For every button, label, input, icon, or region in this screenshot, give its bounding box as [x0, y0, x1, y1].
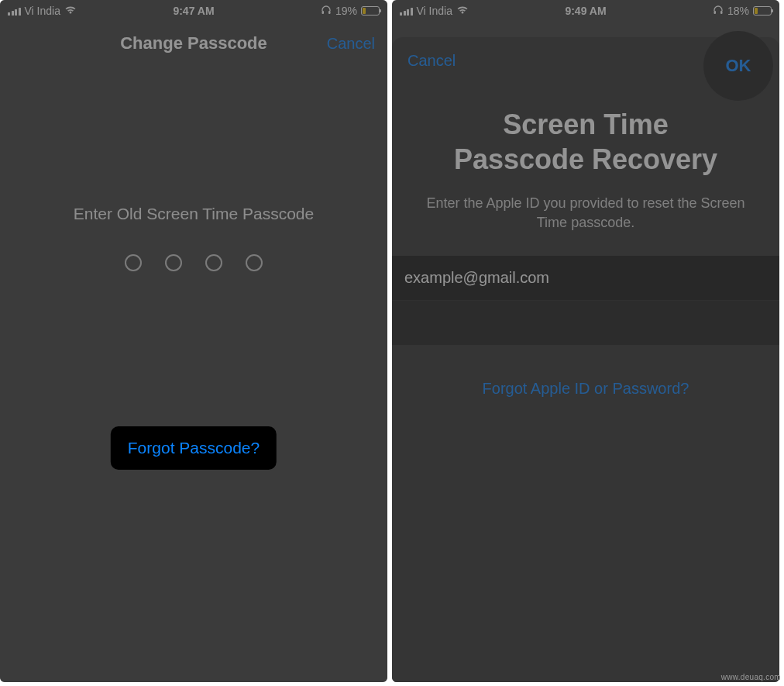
recovery-subtitle: Enter the Apple ID you provided to reset…	[392, 194, 779, 233]
battery-icon	[361, 6, 380, 16]
phone-change-passcode: Vi India 9:47 AM 19% Change Passcode Can…	[0, 0, 387, 682]
passcode-dot	[125, 254, 142, 271]
battery-icon	[753, 6, 772, 16]
apple-id-row[interactable]	[392, 256, 779, 301]
passcode-content: Enter Old Screen Time Passcode	[0, 65, 387, 271]
status-right: 18%	[713, 5, 772, 18]
nav-bar: Change Passcode Cancel	[0, 22, 387, 65]
battery-pct: 18%	[727, 5, 749, 17]
cellular-signal-icon	[8, 6, 21, 16]
battery-pct: 19%	[335, 5, 357, 17]
recovery-sheet: Cancel OK Screen Time Passcode Recovery …	[392, 37, 779, 682]
status-time: 9:49 AM	[565, 5, 606, 17]
password-row[interactable]	[392, 301, 779, 346]
ok-highlight-circle: OK	[703, 31, 773, 101]
passcode-prompt: Enter Old Screen Time Passcode	[0, 205, 387, 223]
page-title: Change Passcode	[120, 33, 267, 53]
wifi-icon	[64, 5, 77, 17]
watermark: www.deuaq.com	[721, 673, 781, 681]
svg-rect-0	[322, 11, 324, 14]
status-time: 9:47 AM	[173, 5, 214, 17]
carrier-label: Vi India	[417, 5, 452, 17]
svg-rect-1	[328, 11, 331, 14]
carrier-label: Vi India	[25, 5, 60, 17]
wifi-icon	[456, 5, 469, 17]
cellular-signal-icon	[400, 6, 413, 16]
status-left: Vi India	[400, 5, 469, 17]
status-bar: Vi India 9:47 AM 19%	[0, 0, 387, 22]
svg-rect-3	[720, 11, 723, 14]
password-input[interactable]	[404, 314, 767, 332]
forgot-apple-id-link[interactable]: Forgot Apple ID or Password?	[392, 380, 779, 398]
title-line: Screen Time	[503, 109, 668, 140]
screenshot-pair: Vi India 9:47 AM 19% Change Passcode Can…	[0, 0, 784, 682]
cancel-button[interactable]: Cancel	[327, 35, 375, 53]
status-bar: Vi India 9:49 AM 18%	[392, 0, 779, 22]
apple-id-form	[392, 256, 779, 346]
recovery-title: Screen Time Passcode Recovery	[392, 107, 779, 177]
forgot-passcode-button[interactable]: Forgot Passcode?	[111, 426, 277, 470]
phone-recovery: Vi India 9:49 AM 18% Cancel OK	[392, 0, 779, 682]
passcode-dot	[165, 254, 182, 271]
ok-button[interactable]: OK	[726, 56, 751, 76]
title-line: Passcode Recovery	[454, 143, 717, 175]
apple-id-input[interactable]	[404, 269, 767, 287]
passcode-dots[interactable]	[0, 254, 387, 271]
passcode-dot	[205, 254, 222, 271]
passcode-dot	[246, 254, 263, 271]
status-left: Vi India	[8, 5, 77, 17]
status-right: 19%	[321, 5, 380, 18]
cancel-button[interactable]: Cancel	[407, 52, 456, 70]
headphones-icon	[713, 5, 724, 18]
svg-rect-2	[714, 11, 716, 14]
headphones-icon	[321, 5, 332, 18]
